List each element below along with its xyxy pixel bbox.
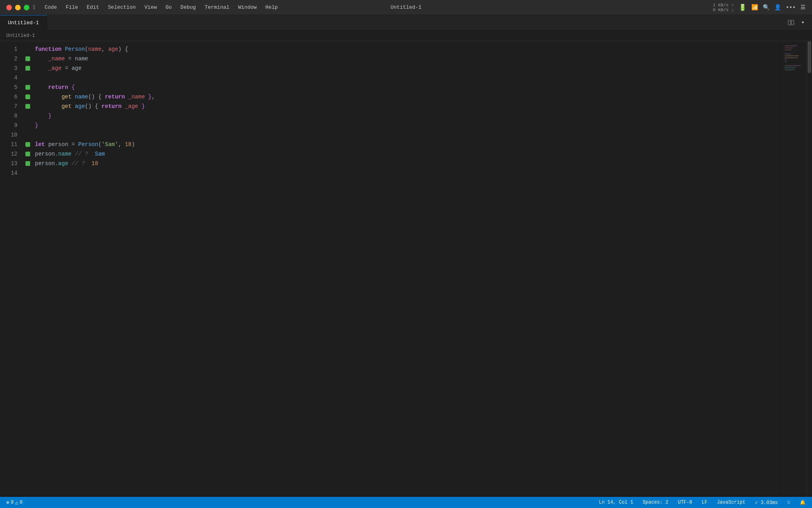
code-area[interactable]: 1 2 3 4 5 6 7 8 9 10 11 12 13 14 bbox=[0, 41, 783, 508]
line-number-7: 7 bbox=[0, 102, 17, 111]
close-button[interactable] bbox=[6, 5, 12, 10]
split-editor-button[interactable] bbox=[787, 18, 795, 27]
network-speed-icon: 1 KB/s ↑0 KB/s ↓ bbox=[713, 3, 734, 12]
breadcrumb-text: Untitled-1 bbox=[6, 33, 35, 38]
maximize-button[interactable] bbox=[24, 5, 29, 10]
breakpoint-12[interactable] bbox=[25, 152, 30, 156]
line-number-4: 4 bbox=[0, 73, 17, 83]
gutter-6 bbox=[24, 92, 32, 102]
menubar:  Code File Edit Selection View Go Debug… bbox=[33, 3, 282, 12]
bell-icon: 🔔 bbox=[800, 500, 806, 506]
menu-item-window[interactable]: Window bbox=[234, 3, 261, 12]
code-line-7: get age() { return _age } bbox=[35, 102, 783, 111]
menu-item-view[interactable]: View bbox=[140, 3, 161, 12]
breakpoint-3[interactable] bbox=[25, 66, 30, 71]
indentation[interactable]: Spaces: 2 bbox=[641, 500, 670, 505]
smiley-icon[interactable]: ☺ bbox=[786, 500, 792, 505]
spaces-label: Spaces: 2 bbox=[643, 500, 668, 505]
line-number-3: 3 bbox=[0, 64, 17, 73]
line-number-11: 11 bbox=[0, 140, 17, 149]
breakpoint-13[interactable] bbox=[25, 161, 30, 166]
menu-item-go[interactable]: Go bbox=[162, 3, 176, 12]
breakpoint-11[interactable] bbox=[25, 142, 30, 147]
tabbar: Untitled-1 bbox=[0, 15, 787, 30]
breakpoint-2[interactable] bbox=[25, 56, 30, 61]
statusbar-right: Ln 14, Col 1 Spaces: 2 UTF-8 LF JavaScri… bbox=[597, 500, 807, 506]
gutter-10 bbox=[24, 130, 32, 140]
menu-item-code[interactable]: Code bbox=[40, 3, 61, 12]
tab-label: Untitled-1 bbox=[8, 20, 39, 26]
battery-icon: 🔋 bbox=[739, 4, 747, 12]
gutter-14 bbox=[24, 168, 32, 178]
line-number-5: 5 bbox=[0, 83, 17, 92]
tab-untitled-1[interactable]: Untitled-1 bbox=[0, 15, 47, 30]
scrollbar-track[interactable] bbox=[806, 41, 812, 508]
minimap bbox=[783, 41, 806, 508]
scrollbar-thumb[interactable] bbox=[808, 41, 811, 73]
menu-item-debug[interactable]: Debug bbox=[176, 3, 200, 12]
line-endings[interactable]: LF bbox=[700, 500, 709, 505]
statusbar-left: ⊗ 0 △ 0 bbox=[5, 500, 24, 506]
menu-item-terminal[interactable]: Terminal bbox=[201, 3, 233, 12]
line-number-14: 14 bbox=[0, 168, 17, 178]
feedback-icon: ☺ bbox=[787, 500, 790, 505]
titlebar:  Code File Edit Selection View Go Debug… bbox=[0, 0, 812, 15]
menu-item-selection[interactable]: Selection bbox=[104, 3, 140, 12]
breakpoint-6[interactable] bbox=[25, 94, 30, 99]
code-line-12: person.name // ? Sam bbox=[35, 149, 783, 159]
gutter-3 bbox=[24, 64, 32, 73]
menu-item-help[interactable]: Help bbox=[261, 3, 282, 12]
gutter-4 bbox=[24, 73, 32, 83]
gutter-2 bbox=[24, 54, 32, 64]
line-number-6: 6 bbox=[0, 92, 17, 102]
minimize-button[interactable] bbox=[15, 5, 21, 10]
code-line-13: person.age // ? 18 bbox=[35, 159, 783, 168]
line-number-1: 1 bbox=[0, 44, 17, 54]
warning-icon: △ bbox=[15, 500, 18, 506]
line-number-12: 12 bbox=[0, 149, 17, 159]
breakpoint-7[interactable] bbox=[25, 104, 30, 109]
titlebar-title: Untitled-1 bbox=[391, 4, 421, 10]
breakpoint-5[interactable] bbox=[25, 85, 30, 90]
line-number-8: 8 bbox=[0, 111, 17, 121]
eol-label: LF bbox=[702, 500, 707, 505]
code-line-5: return { bbox=[35, 83, 783, 92]
code-line-2: _name = name bbox=[35, 54, 783, 64]
gutter-5 bbox=[24, 83, 32, 92]
cursor-position[interactable]: Ln 14, Col 1 bbox=[597, 500, 634, 505]
search-icon: 🔍 bbox=[763, 4, 770, 11]
error-count[interactable]: ⊗ 0 △ 0 bbox=[5, 500, 24, 506]
code-line-9: } bbox=[35, 121, 783, 130]
code-lines[interactable]: function Person(name, age) { _name = nam… bbox=[32, 44, 783, 505]
unsaved-indicator: ● bbox=[799, 18, 807, 27]
more-icon: ••• bbox=[786, 4, 796, 11]
gutter-7 bbox=[24, 102, 32, 111]
line-number-13: 13 bbox=[0, 159, 17, 168]
editor-main: 1 2 3 4 5 6 7 8 9 10 11 12 13 14 bbox=[0, 41, 783, 508]
encoding[interactable]: UTF-8 bbox=[676, 500, 694, 505]
svg-rect-0 bbox=[788, 20, 791, 25]
perf-indicator[interactable]: ✓ 3.03ms bbox=[753, 500, 779, 506]
gutter bbox=[24, 44, 32, 505]
language-mode[interactable]: JavaScript bbox=[715, 500, 747, 505]
gutter-1 bbox=[24, 44, 32, 54]
gutter-11 bbox=[24, 140, 32, 149]
menu-item-file[interactable]: File bbox=[62, 3, 82, 12]
gutter-8 bbox=[24, 111, 32, 121]
perf-label: ✓ 3.03ms bbox=[755, 500, 778, 506]
language-label: JavaScript bbox=[717, 500, 745, 505]
line-number-10: 10 bbox=[0, 130, 17, 140]
code-line-1: function Person(name, age) { bbox=[35, 44, 783, 54]
code-line-11: let person = Person('Sam', 18) bbox=[35, 140, 783, 149]
breadcrumb: Untitled-1 bbox=[0, 30, 812, 41]
gutter-9 bbox=[24, 121, 32, 130]
wifi-icon: 📶 bbox=[751, 4, 758, 11]
menu-item-edit[interactable]: Edit bbox=[83, 3, 103, 12]
apple-logo-icon:  bbox=[33, 4, 36, 11]
notification-icon[interactable]: 🔔 bbox=[798, 500, 807, 506]
list-icon: ☰ bbox=[801, 4, 806, 11]
line-number-9: 9 bbox=[0, 121, 17, 130]
traffic-lights bbox=[6, 5, 29, 10]
code-line-6: get name() { return _name }, bbox=[35, 92, 783, 102]
titlebar-right: 1 KB/s ↑0 KB/s ↓ 🔋 📶 🔍 👤 ••• ☰ bbox=[713, 3, 806, 12]
